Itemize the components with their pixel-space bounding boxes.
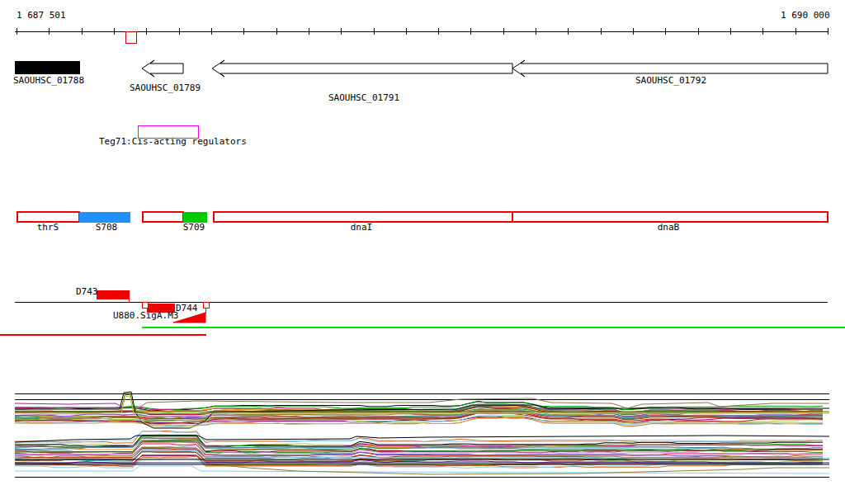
gene-SAOUHSC_01789[interactable]	[142, 60, 183, 77]
gene-label: SAOUHSC_01788	[13, 76, 84, 85]
gene-label: SAOUHSC_01792	[635, 76, 706, 85]
gene-SAOUHSC_01788[interactable]	[15, 61, 80, 74]
lower-strand-band-line-2	[15, 431, 823, 442]
segment-label: dnaB	[658, 223, 680, 232]
segment-dnaB[interactable]	[512, 212, 828, 222]
tss-label-D743: D743	[76, 287, 98, 296]
segment-S708[interactable]	[79, 212, 130, 222]
gene-SAOUHSC_01791[interactable]	[212, 60, 512, 77]
gene-label: SAOUHSC_01791	[328, 93, 399, 102]
gene-label: SAOUHSC_01789	[130, 83, 201, 92]
browser-canvas	[0, 0, 845, 504]
segment-S709[interactable]	[183, 212, 206, 222]
tss-marker-square-1[interactable]	[142, 302, 148, 308]
segment-dnaI[interactable]	[214, 212, 512, 222]
segment-label: thrS	[37, 223, 59, 232]
regulator-label: Teg71:Cis-acting regulators	[99, 137, 247, 146]
expression-profile-plot	[15, 392, 829, 477]
segment-unnamed[interactable]	[143, 212, 183, 222]
ruler-start-label: 1 687 501	[17, 11, 66, 20]
tss-label-D744: D744	[176, 304, 198, 313]
ruler-end-label: 1 690 000	[781, 11, 830, 20]
segment-label: S708	[96, 223, 118, 232]
ruler-marker[interactable]	[125, 31, 136, 43]
segment-label: S709	[183, 223, 205, 232]
segment-thrS[interactable]	[17, 212, 79, 222]
gene-SAOUHSC_01792[interactable]	[512, 60, 828, 77]
tss-D743-box[interactable]	[97, 290, 130, 299]
genome-browser-view: 1 687 501 1 690 000 Teg71:Cis-acting reg…	[0, 0, 845, 504]
motif-label: U880.SigA.M3	[113, 311, 178, 320]
tss-marker-square-2[interactable]	[203, 302, 209, 308]
segment-label: dnaI	[351, 223, 373, 232]
plot-magenta-envelope	[15, 403, 122, 407]
